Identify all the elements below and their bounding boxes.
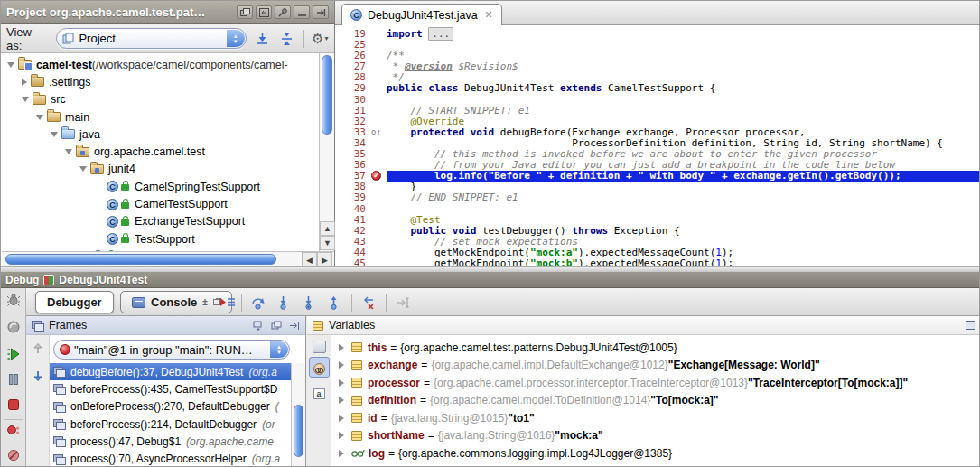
evaluate-expression-icon[interactable] [311, 339, 327, 355]
editor-tab[interactable]: DebugJUnit4Test.java ✕ [341, 4, 502, 25]
rerun-bug-icon[interactable] [5, 292, 22, 308]
float-panel-icon[interactable] [271, 321, 282, 331]
tree-row[interactable]: main [2, 108, 319, 126]
code-line[interactable]: 29 public class DebugJUnit4Test extends … [335, 83, 980, 94]
frame-row[interactable]: debugBefore():37, DebugJUnit4Test (org.a [50, 363, 291, 380]
frame-row[interactable]: process():70, AsyncProcessorHelper (org.… [50, 450, 291, 467]
variable-row[interactable]: shortName = {java.lang.String@1016} "moc… [331, 427, 980, 445]
collapse-all-icon[interactable] [278, 30, 295, 48]
tree-row[interactable]: junit4 [2, 161, 319, 178]
hide-window-icon[interactable] [313, 5, 329, 19]
frame-row[interactable]: onBeforeProcess():270, DefaultDebugger ( [50, 398, 291, 416]
tree-expander-icon[interactable] [22, 79, 27, 86]
tab-debugger[interactable]: Debugger [35, 291, 114, 313]
frame-row[interactable]: process():47, Debug$1 (org.apache.came [50, 433, 291, 450]
override-method-icon[interactable]: o↑ [371, 127, 381, 137]
gutter-icon-slot[interactable] [369, 83, 387, 94]
tree-row[interactable]: TestSupport [2, 230, 319, 248]
variable-expander-icon[interactable] [339, 415, 344, 422]
gutter-icon-slot[interactable] [369, 72, 387, 83]
gutter-icon-slot[interactable] [369, 192, 387, 203]
gutter-icon-slot[interactable] [369, 258, 387, 266]
variable-expander-icon[interactable] [339, 379, 344, 387]
minimize-window-icon[interactable] [294, 5, 310, 19]
view-as-select[interactable]: Project ▲▼ [56, 28, 246, 49]
variable-row[interactable]: exchange = {org.apache.camel.impl.Defaul… [331, 357, 980, 375]
step-into-icon[interactable] [275, 294, 292, 311]
pause-icon[interactable] [5, 371, 22, 388]
gutter-icon-slot[interactable] [369, 182, 387, 192]
gutter-icon-slot[interactable] [369, 204, 387, 215]
horizontal-scroll-thumb[interactable] [5, 254, 276, 265]
tree-expander-icon[interactable] [51, 132, 58, 137]
gutter-icon-slot[interactable] [369, 106, 387, 117]
restore-layout-icon[interactable] [966, 321, 975, 330]
gutter-icon-slot[interactable] [369, 171, 387, 182]
variable-row[interactable]: this = {org.apache.camel.test.patterns.D… [331, 339, 980, 357]
variable-expander-icon[interactable] [339, 432, 344, 439]
mute-breakpoints-icon[interactable] [5, 447, 22, 463]
previous-frame-icon[interactable] [30, 341, 46, 357]
step-out-icon[interactable] [326, 294, 342, 311]
breakpoint-icon[interactable] [371, 171, 381, 181]
variable-expander-icon[interactable] [339, 397, 344, 404]
gutter-icon-slot[interactable] [369, 40, 387, 51]
close-tab-icon[interactable]: ✕ [485, 9, 493, 21]
gutter-icon-slot[interactable] [369, 61, 387, 72]
vertical-scroll-thumb[interactable] [322, 55, 332, 135]
variable-expander-icon[interactable] [339, 361, 344, 369]
scroll-up-button[interactable]: ▲ [320, 221, 335, 236]
code-area[interactable]: 19 import ... 25 26 /** 27 * @version $R… [335, 25, 980, 266]
tree-row[interactable]: org.apache.camel.test [2, 143, 319, 160]
gutter-icon-slot[interactable] [369, 117, 387, 127]
gutter-icon-slot[interactable] [369, 248, 387, 258]
tree-row[interactable]: java [2, 126, 319, 143]
frame-row[interactable]: beforeProcess():435, CamelTestSupport$D [50, 380, 291, 397]
step-over-icon[interactable] [250, 294, 266, 311]
tree-row[interactable]: .settings [2, 73, 319, 90]
tree-expander-icon[interactable] [79, 166, 87, 172]
tree-row[interactable]: CamelTestSupport [2, 195, 319, 212]
gutter-icon-slot[interactable] [369, 138, 387, 149]
variable-expander-icon[interactable] [339, 450, 344, 457]
next-frame-icon[interactable] [30, 368, 46, 384]
variable-row[interactable]: definition = {org.apache.camel.model.ToD… [331, 392, 980, 410]
tree-expander-icon[interactable] [7, 62, 14, 68]
view-breakpoints-icon[interactable] [5, 424, 22, 440]
code-line[interactable]: 39 // END SNIPPET: e1 [335, 192, 980, 203]
force-step-into-icon[interactable] [301, 294, 317, 311]
tree-row[interactable]: camel-test (/workspace/camel/components/… [2, 56, 319, 73]
code-line[interactable]: 27 * @version $Revision$ [335, 61, 980, 72]
variable-row[interactable]: processor = {org.apache.camel.processor.… [331, 374, 980, 392]
dock-window-icon[interactable] [256, 5, 272, 19]
code-line[interactable]: 37 log.info("Before " + definition + " w… [335, 171, 980, 182]
project-titlebar[interactable]: Project org.apache.camel.test.pat… [1, 1, 334, 24]
show-fields-icon[interactable]: a [311, 386, 327, 402]
code-line[interactable]: 45 getMockEndpoint("mock:b").expectedMes… [335, 258, 980, 266]
code-line[interactable]: 25 [335, 40, 980, 51]
gutter-icon-slot[interactable] [369, 95, 387, 106]
stop-icon[interactable] [5, 397, 22, 413]
expand-all-icon[interactable] [254, 30, 271, 48]
gutter-icon-slot[interactable] [369, 160, 387, 171]
restore-layout-icon[interactable] [253, 321, 264, 331]
gutter-icon-slot[interactable] [369, 29, 387, 40]
code-line[interactable]: 19 import ... [335, 29, 980, 40]
gutter-icon-slot[interactable]: o↑ [369, 127, 387, 138]
thread-select[interactable]: "main"@1 in group "main": RUN… ▲▼ [53, 340, 290, 360]
pin-window-icon[interactable] [275, 5, 291, 19]
tab-console[interactable]: Console ± [120, 291, 232, 313]
show-execution-point-icon[interactable] [219, 294, 236, 311]
frame-row[interactable]: beforeProcess():214, DefaultDebugger (or [50, 416, 291, 433]
tree-row[interactable]: CamelSpringTestSupport [2, 178, 319, 195]
hotswap-icon[interactable] [5, 319, 22, 335]
gutter-icon-slot[interactable] [369, 149, 387, 160]
variable-row[interactable]: log = {org.apache.commons.logging.impl.L… [331, 444, 980, 462]
tree-expander-icon[interactable] [65, 149, 72, 154]
tree-expander-icon[interactable] [36, 115, 43, 120]
frames-scrollbar[interactable] [291, 363, 305, 467]
variable-expander-icon[interactable] [339, 344, 344, 351]
debug-titlebar[interactable]: Debug DebugJUnit4Test [1, 272, 980, 288]
project-vertical-scrollbar[interactable]: ▲ ▼ [319, 53, 334, 251]
project-horizontal-scrollbar[interactable]: ◀ ▶ [2, 251, 334, 266]
